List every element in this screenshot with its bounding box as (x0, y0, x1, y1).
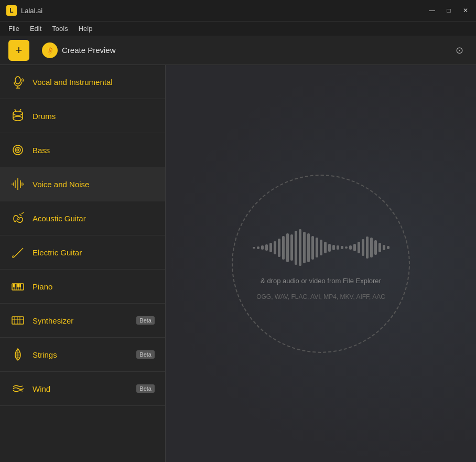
svg-point-9 (13, 145, 23, 155)
sidebar-label-strings: Strings (33, 350, 57, 359)
svg-rect-26 (12, 317, 24, 324)
sidebar-label-electric-guitar: Electric Guitar (33, 248, 82, 257)
title-bar: L Lalal.ai — □ ✕ (0, 0, 476, 21)
close-button[interactable]: ✕ (461, 6, 470, 15)
menu-tools[interactable]: Tools (48, 24, 72, 34)
svg-line-14 (21, 212, 24, 214)
svg-line-16 (16, 253, 18, 255)
sidebar-item-vocal-instrumental[interactable]: Vocal and Instrumental (0, 65, 165, 99)
sidebar-item-drums[interactable]: Drums (0, 99, 165, 133)
svg-point-3 (13, 111, 23, 115)
sidebar-item-voice-noise[interactable]: Voice and Noise (0, 167, 165, 201)
sidebar-item-wind[interactable]: Wind Beta (0, 372, 165, 406)
svg-line-15 (21, 248, 23, 250)
bass-icon (10, 143, 25, 157)
window-controls: — □ ✕ (428, 6, 470, 15)
sidebar-label-drums: Drums (33, 112, 56, 121)
settings-button[interactable]: ⊙ (451, 42, 468, 59)
svg-line-8 (20, 109, 21, 111)
wind-icon (10, 381, 25, 396)
window-title: Lalal.ai (21, 7, 42, 15)
sidebar-item-synthesizer[interactable]: Synthesizer Beta (0, 304, 165, 338)
piano-icon (10, 279, 25, 294)
svg-rect-23 (13, 284, 15, 287)
minimize-button[interactable]: — (428, 6, 436, 15)
app-icon: L (6, 5, 17, 16)
toolbar: + 👂 Create Preview ⊙ (0, 36, 476, 65)
create-preview-label: Create Preview (62, 46, 116, 55)
drums-icon (10, 109, 25, 123)
vocal-instrumental-icon (10, 74, 25, 89)
content-area[interactable]: & drop audio or video from File Explorer… (166, 65, 476, 462)
svg-line-17 (18, 251, 20, 253)
acoustic-guitar-icon (10, 211, 25, 225)
svg-point-10 (15, 147, 20, 153)
svg-point-11 (17, 149, 19, 151)
create-preview-button[interactable]: 👂 Create Preview (36, 39, 122, 61)
sidebar-label-bass: Bass (33, 146, 50, 155)
svg-line-7 (15, 109, 16, 111)
drop-zone[interactable]: & drop audio or video from File Explorer… (232, 175, 410, 353)
electric-guitar-icon (10, 245, 25, 260)
sidebar-item-bass[interactable]: Bass (0, 133, 165, 167)
svg-rect-24 (17, 284, 19, 287)
sidebar-item-strings[interactable]: Strings Beta (0, 338, 165, 372)
svg-point-12 (17, 218, 19, 220)
sidebar-item-piano[interactable]: Piano (0, 270, 165, 304)
svg-point-0 (15, 77, 20, 84)
strings-icon (10, 347, 25, 362)
menu-help[interactable]: Help (74, 24, 97, 34)
menu-bar: File Edit Tools Help (0, 21, 476, 36)
synthesizer-badge: Beta (136, 316, 155, 325)
sidebar-label-wind: Wind (33, 384, 50, 393)
drop-text: & drop audio or video from File Explorer (250, 277, 392, 285)
synthesizer-icon (10, 313, 25, 328)
menu-file[interactable]: File (4, 24, 24, 34)
sidebar-item-acoustic-guitar[interactable]: Acoustic Guitar (0, 201, 165, 235)
menu-edit[interactable]: Edit (26, 24, 46, 34)
waveform (253, 227, 390, 268)
sidebar: Vocal and Instrumental Drums (0, 65, 166, 462)
svg-rect-25 (19, 284, 21, 287)
strings-badge: Beta (136, 350, 155, 359)
preview-icon: 👂 (42, 42, 58, 58)
voice-noise-icon (10, 177, 25, 191)
add-button[interactable]: + (8, 40, 29, 61)
main-layout: Vocal and Instrumental Drums (0, 65, 476, 462)
sidebar-label-acoustic-guitar: Acoustic Guitar (33, 214, 86, 223)
svg-line-13 (19, 214, 21, 216)
svg-point-6 (13, 116, 23, 121)
sidebar-item-electric-guitar[interactable]: Electric Guitar (0, 235, 165, 270)
wind-badge: Beta (136, 384, 155, 393)
drop-formats: OGG, WAV, FLAC, AVI, MP4, MKV, AIFF, AAC (246, 293, 396, 300)
sidebar-label-vocal-instrumental: Vocal and Instrumental (33, 78, 113, 87)
maximize-button[interactable]: □ (445, 6, 453, 15)
sidebar-label-voice-noise: Voice and Noise (33, 180, 89, 189)
sidebar-label-piano: Piano (33, 282, 52, 291)
sidebar-label-synthesizer: Synthesizer (33, 316, 73, 325)
